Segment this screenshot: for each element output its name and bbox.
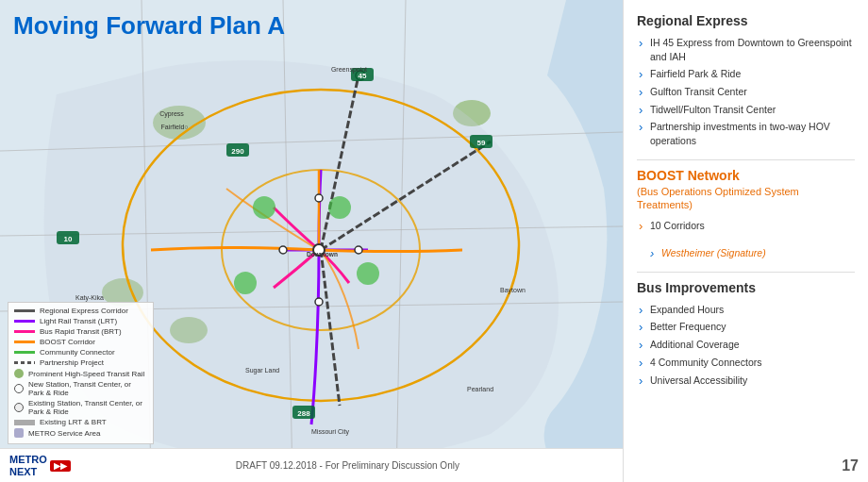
svg-text:Downtown: Downtown <box>307 251 338 258</box>
svg-point-23 <box>355 246 362 254</box>
regional-express-title: Regional Express <box>637 13 855 28</box>
regional-express-item-4: Tidwell/Fulton Transit Center <box>637 101 855 119</box>
svg-text:Greenspoint: Greenspoint <box>331 66 367 74</box>
svg-text:45: 45 <box>359 72 367 80</box>
svg-text:290: 290 <box>231 147 244 156</box>
boost-sub-item-1: Westheimer (Signature) <box>648 244 855 262</box>
map-legend: Regional Express Corridor Light Rail Tra… <box>8 302 154 444</box>
map-section: Moving Forward Plan A <box>0 0 623 482</box>
svg-text:59: 59 <box>477 139 486 147</box>
svg-point-21 <box>315 194 323 202</box>
regional-express-item-2: Fairfield Park & Ride <box>637 65 855 83</box>
bus-item-4: 4 Community Connectors <box>637 354 855 372</box>
svg-text:Katy-Kika: Katy-Kika <box>75 294 104 302</box>
bus-item-5: Universal Accessibility <box>637 372 855 390</box>
svg-text:Pearland: Pearland <box>467 386 493 392</box>
svg-point-18 <box>234 272 257 294</box>
metro-logo: METRO NEXT ▶▶ <box>9 454 71 476</box>
bus-item-1: Expanded Hours <box>637 301 855 319</box>
divider-2 <box>637 272 855 273</box>
page-title: Moving Forward Plan A <box>13 11 285 41</box>
bus-item-3: Additional Coverage <box>637 336 855 354</box>
svg-point-24 <box>279 246 287 254</box>
svg-text:10: 10 <box>64 235 73 243</box>
bottom-bar: METRO NEXT ▶▶ DRAFT 09.12.2018 - For Pre… <box>0 448 623 482</box>
regional-express-item-5: Partnership investments in two-way HOV o… <box>637 118 855 149</box>
metro-logo-badge: ▶▶ <box>50 460 71 472</box>
regional-express-list: IH 45 Express from Downtown to Greenspoi… <box>637 34 855 150</box>
svg-text:Fairfield○: Fairfield○ <box>160 124 188 130</box>
boost-subtitle: (Bus Operations Optimized System Treatme… <box>637 185 855 212</box>
draft-text: DRAFT 09.12.2018 - For Preliminary Discu… <box>82 460 613 471</box>
bus-improvements-list: Expanded Hours Better Frequency Addition… <box>637 301 855 389</box>
regional-express-item-3: Gulfton Transit Center <box>637 83 855 101</box>
boost-list: 10 Corridors <box>637 217 855 235</box>
page-number: 17 <box>842 457 859 474</box>
bus-item-2: Better Frequency <box>637 318 855 336</box>
svg-text:Missouri City: Missouri City <box>311 428 350 436</box>
divider-1 <box>637 159 855 160</box>
boost-sub-list: Westheimer (Signature) <box>648 244 855 262</box>
svg-text:288: 288 <box>297 409 310 418</box>
boost-title: BOOST Network <box>637 168 855 183</box>
svg-text:Baytown: Baytown <box>500 287 526 294</box>
svg-text:Sugar Land: Sugar Land <box>245 367 279 374</box>
svg-point-17 <box>328 196 351 219</box>
boost-item-1: 10 Corridors <box>637 217 855 235</box>
svg-point-16 <box>253 196 275 219</box>
svg-point-22 <box>315 298 323 306</box>
bus-improvements-title: Bus Improvements <box>637 280 855 295</box>
regional-express-item-1: IH 45 Express from Downtown to Greenspoi… <box>637 34 855 65</box>
svg-text:Cypress: Cypress <box>159 110 184 118</box>
metro-logo-text-line1: METRO <box>9 454 47 465</box>
metro-logo-text-line2: NEXT <box>9 466 47 477</box>
svg-point-19 <box>357 262 379 285</box>
right-panel: Regional Express IH 45 Express from Down… <box>623 0 868 482</box>
